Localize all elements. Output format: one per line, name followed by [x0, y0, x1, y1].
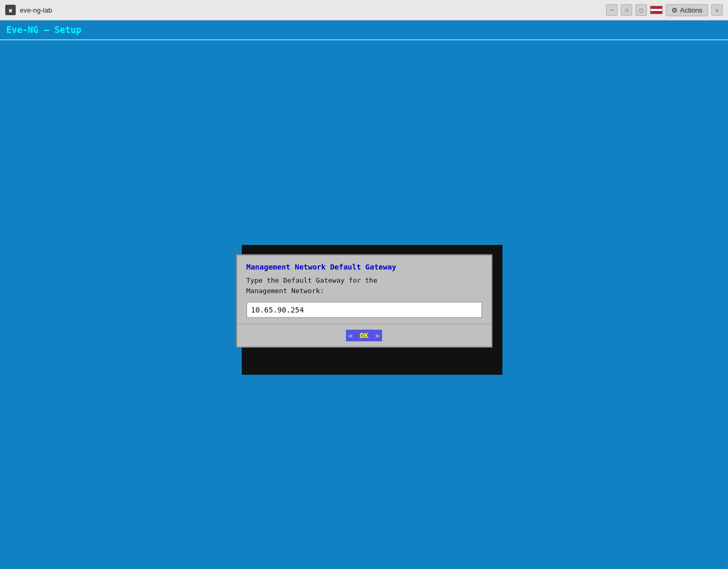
gateway-input[interactable] [251, 306, 477, 314]
actions-label: Actions [680, 6, 702, 14]
ok-label: OK [355, 330, 373, 341]
maximize-button[interactable]: □ [635, 4, 647, 16]
titlebar-right: ─ ❐ □ ⚙ Actions ✕ [606, 4, 723, 16]
dialog-box: Management Network Default Gateway Type … [236, 254, 492, 348]
dialog-description-line1: Type the Default Gateway for the [247, 276, 377, 284]
app-icon: ▣ [5, 5, 16, 15]
titlebar: ▣ eve-ng-lab ─ ❐ □ ⚙ Actions ✕ [0, 0, 728, 20]
close-button[interactable]: ✕ [711, 4, 723, 16]
main-content: Eve-NG – Setup Management Network Defaul… [0, 20, 728, 569]
titlebar-left: ▣ eve-ng-lab [5, 5, 52, 15]
ok-left-arrow: < [346, 330, 355, 341]
dialog-footer: < OK > [237, 324, 491, 347]
setup-title: Eve-NG – Setup [6, 25, 81, 35]
setup-header: Eve-NG – Setup [0, 20, 728, 40]
gear-icon: ⚙ [671, 6, 678, 14]
dialog-title: Management Network Default Gateway [247, 263, 482, 271]
dialog-description: Type the Default Gateway for the Managem… [247, 275, 482, 296]
input-container [247, 302, 482, 318]
minimize-button[interactable]: ─ [606, 4, 618, 16]
app-title: eve-ng-lab [20, 6, 52, 14]
flag-icon [650, 6, 663, 14]
resize-handle: ⤡ [720, 560, 725, 567]
dialog-inner: Management Network Default Gateway Type … [237, 255, 491, 324]
restore-button[interactable]: ❐ [621, 4, 632, 16]
blue-area: Management Network Default Gateway Type … [0, 40, 728, 569]
dialog-description-line2: Management Network: [247, 286, 324, 294]
ok-right-arrow: > [373, 330, 382, 341]
ok-button[interactable]: < OK > [346, 330, 382, 341]
actions-button[interactable]: ⚙ Actions [666, 4, 708, 16]
